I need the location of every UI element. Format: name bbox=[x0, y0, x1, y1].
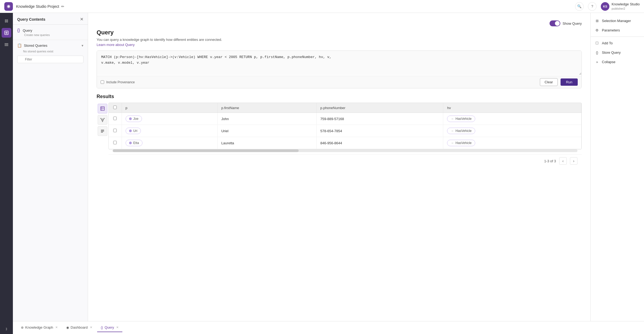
collapse-icon: » bbox=[595, 60, 599, 64]
badge-node-2: Uri bbox=[126, 128, 141, 134]
expand-icon[interactable]: ⟫ bbox=[6, 327, 7, 331]
avatar: KS bbox=[601, 2, 609, 11]
table-row: Uri Uriel 578-654-7854 → HasVehicle bbox=[109, 125, 581, 137]
row-checkbox-1[interactable] bbox=[113, 117, 117, 120]
svg-point-1 bbox=[8, 5, 10, 8]
td-firstname-1: John bbox=[217, 113, 316, 125]
query-section[interactable]: {} Query Create new queries bbox=[13, 25, 88, 40]
node-label-2: Uri bbox=[133, 129, 137, 133]
svg-rect-13 bbox=[101, 107, 104, 110]
results-table: p p.firstName p.phoneNumber hv bbox=[109, 103, 581, 149]
table-view-button[interactable] bbox=[98, 104, 107, 113]
show-query-label: Show Query bbox=[562, 21, 582, 26]
table-body: Joe John 759-889-57168 → HasVehicle bbox=[109, 113, 581, 149]
app-logo bbox=[4, 2, 13, 11]
results-scroll: p p.firstName p.phoneNumber hv bbox=[108, 103, 582, 149]
filter-input[interactable] bbox=[17, 56, 83, 63]
user-profile[interactable]: KS Knowledge Studio publisher2 bbox=[601, 2, 640, 11]
query-icon: {} bbox=[17, 28, 20, 33]
query-toolbar: Include Provenance Clear Run bbox=[97, 76, 581, 88]
scrollbar-thumb[interactable] bbox=[113, 149, 299, 152]
th-p: p bbox=[122, 103, 217, 113]
run-button[interactable]: Run bbox=[561, 78, 578, 86]
select-all-checkbox[interactable] bbox=[113, 106, 117, 109]
text-view-button[interactable] bbox=[98, 126, 107, 136]
th-hv: hv bbox=[443, 103, 581, 113]
td-check-3 bbox=[109, 137, 122, 149]
main-content: Show Query Query You can query a knowled… bbox=[88, 13, 590, 321]
row-checkbox-2[interactable] bbox=[113, 129, 117, 132]
td-firstname-2: Uriel bbox=[217, 125, 316, 137]
td-p-2: Uri bbox=[122, 125, 217, 137]
query-tab-close[interactable]: ✕ bbox=[116, 326, 119, 329]
td-phone-1: 759-889-57168 bbox=[316, 113, 443, 125]
svg-line-21 bbox=[101, 119, 102, 120]
tab-dashboard[interactable]: ◉ Dashboard ✕ bbox=[63, 323, 96, 332]
clear-button[interactable]: Clear bbox=[540, 78, 557, 86]
stored-queries-collapse-icon[interactable]: ▾ bbox=[82, 44, 83, 48]
include-provenance-checkbox[interactable] bbox=[101, 80, 104, 84]
tab-query[interactable]: () Query ✕ bbox=[97, 323, 122, 332]
edge-arrow-2: → bbox=[451, 129, 454, 133]
knowledge-graph-tab-close[interactable]: ✕ bbox=[55, 326, 58, 329]
stored-queries-icon: 📋 bbox=[17, 43, 22, 48]
selection-manager-label: Selection Manager bbox=[602, 19, 631, 23]
icon-sidebar: ⟫ bbox=[0, 13, 13, 334]
stored-queries-section: 📋 Stored Queries ▾ No stored queries exi… bbox=[13, 40, 88, 321]
pagination-next-button[interactable]: › bbox=[570, 157, 577, 165]
badge-edge-3: → HasVehicle bbox=[447, 140, 475, 146]
query-section-title: Query bbox=[23, 28, 32, 33]
project-name: Knowledge Studio Project ✏ bbox=[16, 4, 64, 9]
graph-view-button[interactable] bbox=[98, 115, 107, 125]
stored-queries-title: Stored Queries bbox=[24, 44, 47, 48]
query-tab-icon: () bbox=[101, 326, 103, 329]
search-button[interactable]: 🔍 bbox=[575, 2, 584, 11]
td-p-3: Etta bbox=[122, 137, 217, 149]
stored-queries-subtitle: No stored queries exist bbox=[23, 50, 83, 53]
edge-label-1: HasVehicle bbox=[455, 117, 471, 121]
row-checkbox-3[interactable] bbox=[113, 141, 117, 144]
pagination: 1-3 of 3 ‹ › bbox=[108, 154, 582, 167]
dashboard-tab-close[interactable]: ✕ bbox=[90, 326, 92, 329]
td-p-1: Joe bbox=[122, 113, 217, 125]
topbar-right: 🔍 ? KS Knowledge Studio publisher2 bbox=[575, 2, 640, 11]
edit-project-icon[interactable]: ✏ bbox=[61, 4, 64, 9]
pagination-prev-button[interactable]: ‹ bbox=[559, 157, 567, 165]
search-icon: 🔍 bbox=[577, 4, 581, 8]
user-info: Knowledge Studio publisher2 bbox=[612, 2, 640, 10]
sidebar-item-nav2[interactable] bbox=[2, 28, 11, 38]
th-phonenumber: p.phoneNumber bbox=[316, 103, 443, 113]
show-query-toggle[interactable] bbox=[550, 20, 560, 26]
tab-knowledge-graph[interactable]: ⊛ Knowledge Graph ✕ bbox=[17, 323, 61, 332]
svg-point-3 bbox=[7, 20, 8, 21]
collapse-label: Collapse bbox=[602, 60, 616, 64]
query-editor[interactable]: MATCH (p:Person)-[hv:HasVehicle]->(v:Veh… bbox=[97, 51, 581, 75]
td-hv-2: → HasVehicle bbox=[443, 125, 581, 137]
help-button[interactable]: ? bbox=[588, 2, 597, 11]
panel-sidebar: Query Contents ✕ {} Query Create new que… bbox=[13, 13, 88, 321]
right-panel-store-query[interactable]: {} Store Query bbox=[591, 48, 644, 57]
sidebar-item-nav1[interactable] bbox=[2, 16, 11, 26]
td-hv-3: → HasVehicle bbox=[443, 137, 581, 149]
learn-more-link[interactable]: Learn more about Query bbox=[97, 43, 135, 47]
query-section-subtitle: Create new queries bbox=[24, 33, 83, 37]
right-panel-collapse[interactable]: » Collapse bbox=[591, 57, 644, 67]
svg-rect-11 bbox=[5, 44, 8, 45]
filter-wrapper: 🔍 bbox=[17, 56, 83, 63]
right-panel-add-to[interactable]: ☐ Add To bbox=[591, 38, 644, 48]
right-panel: ⊞ Selection Manager ⚙ Parameters ☐ Add T… bbox=[590, 13, 644, 321]
horizontal-scrollbar[interactable] bbox=[113, 149, 577, 152]
right-panel-selection-manager[interactable]: ⊞ Selection Manager bbox=[591, 16, 644, 26]
parameters-icon: ⚙ bbox=[595, 28, 599, 32]
knowledge-graph-tab-icon: ⊛ bbox=[21, 326, 24, 329]
td-check-2 bbox=[109, 125, 122, 137]
svg-line-22 bbox=[103, 119, 104, 120]
svg-point-2 bbox=[5, 20, 6, 21]
query-editor-wrapper: MATCH (p:Person)-[hv:HasVehicle]->(v:Veh… bbox=[97, 51, 582, 88]
panel-close-button[interactable]: ✕ bbox=[80, 17, 83, 22]
include-provenance-label[interactable]: Include Provenance bbox=[101, 80, 135, 84]
sidebar-item-nav3[interactable] bbox=[2, 40, 11, 49]
right-panel-parameters[interactable]: ⚙ Parameters bbox=[591, 26, 644, 35]
svg-rect-26 bbox=[101, 132, 103, 132]
bottom-tabs: ⊛ Knowledge Graph ✕ ◉ Dashboard ✕ () Que… bbox=[13, 321, 644, 334]
